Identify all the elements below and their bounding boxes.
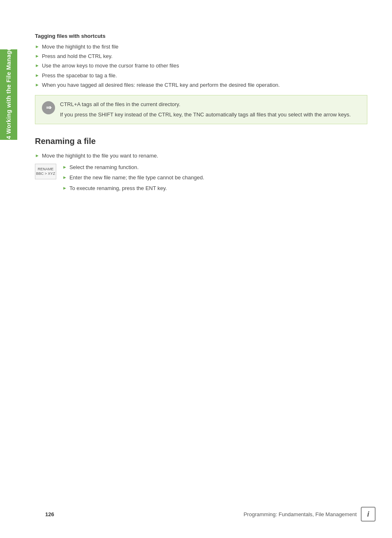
list-item: ► Select the renaming function. <box>62 164 367 171</box>
list-item: ► Press the spacebar to tag a file. <box>35 72 367 79</box>
bullet-arrow-icon: ► <box>35 44 39 50</box>
tagging-title: Tagging files with shortcuts <box>35 33 367 39</box>
sidebar-tab: 3.4 Working with the File Manager <box>0 49 17 140</box>
bullet-text: Use the arrow keys to move the cursor fr… <box>42 62 367 70</box>
page-number: 126 <box>45 511 54 517</box>
rename-sub-step-text: Select the renaming function. <box>69 164 367 171</box>
info-icon-container: ⇒ <box>42 101 55 114</box>
renaming-step1: ► Move the highlight to the file you wan… <box>35 152 367 160</box>
rename-sub-step-text: Enter the new file name; the file type c… <box>69 174 367 181</box>
renaming-section: Renaming a file ► Move the highlight to … <box>35 137 367 195</box>
tagging-bullet-list: ► Move the highlight to the first file ►… <box>35 43 367 89</box>
rename-sub-step-text: To execute renaming, press the ENT key. <box>69 185 367 192</box>
list-item: ► When you have tagged all desired files… <box>35 81 367 89</box>
list-item: ► Use the arrow keys to move the cursor … <box>35 62 367 70</box>
footer: 126 Programming: Fundamentals, File Mana… <box>45 507 376 522</box>
info-arrow-icon: ⇒ <box>42 101 55 114</box>
bullet-text: Press the spacebar to tag a file. <box>42 72 367 79</box>
info-line1: CTRL+A tags all of the files in the curr… <box>60 100 351 109</box>
bullet-arrow-icon: ► <box>35 153 39 159</box>
bullet-text: Press and hold the CTRL key. <box>42 53 367 60</box>
renaming-sub-section: RENAME BBC > XYZ ► Select the renaming f… <box>35 164 367 195</box>
tagging-section: Tagging files with shortcuts ► Move the … <box>35 33 367 124</box>
info-line2: If you press the SHIFT key instead of th… <box>60 111 351 119</box>
info-text-block: CTRL+A tags all of the files in the curr… <box>60 100 351 119</box>
bullet-text: When you have tagged all desired files: … <box>42 81 367 89</box>
footer-right: Programming: Fundamentals, File Manageme… <box>244 507 376 522</box>
list-item: ► Enter the new file name; the file type… <box>62 174 367 181</box>
page-container: 3.4 Working with the File Manager Taggin… <box>0 0 392 538</box>
bullet-text: Move the highlight to the first file <box>42 43 367 51</box>
list-item: ► Press and hold the CTRL key. <box>35 53 367 60</box>
list-item: ► Move the highlight to the first file <box>35 43 367 51</box>
renaming-step1-text: Move the highlight to the file you want … <box>42 152 367 160</box>
info-icon: i <box>361 507 376 522</box>
rename-icon-box: RENAME BBC > XYZ <box>35 164 56 179</box>
arrow-symbol: ⇒ <box>46 104 51 111</box>
bullet-arrow-icon: ► <box>35 82 39 88</box>
bullet-arrow-icon: ► <box>35 53 39 59</box>
bullet-arrow-icon: ► <box>35 63 39 69</box>
bullet-arrow-icon: ► <box>35 72 39 79</box>
rename-icon-text: RENAME BBC > XYZ <box>36 167 55 176</box>
main-content: Tagging files with shortcuts ► Move the … <box>23 0 392 538</box>
bullet-arrow-icon: ► <box>62 174 67 181</box>
info-box: ⇒ CTRL+A tags all of the files in the cu… <box>35 95 367 124</box>
rename-steps-list: ► Select the renaming function. ► Enter … <box>62 164 367 195</box>
sidebar-tab-text: 3.4 Working with the File Manager <box>5 45 12 144</box>
list-item: ► To execute renaming, press the ENT key… <box>62 185 367 192</box>
sidebar: 3.4 Working with the File Manager <box>0 0 23 538</box>
footer-title: Programming: Fundamentals, File Manageme… <box>244 511 357 517</box>
bullet-arrow-icon: ► <box>62 164 67 170</box>
renaming-title: Renaming a file <box>35 137 367 146</box>
bullet-arrow-icon: ► <box>62 185 67 191</box>
